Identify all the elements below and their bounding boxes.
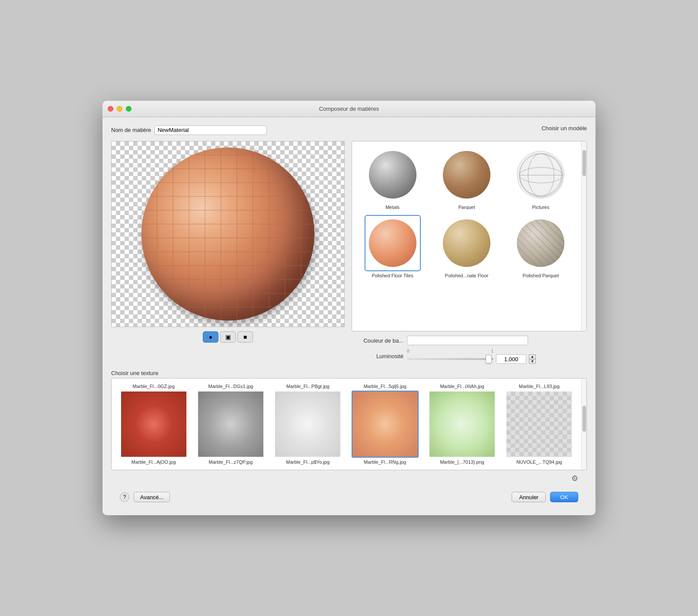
texture-item-4[interactable]: Marble_Fl...iXtAh.jpg Marble_{...7013}.p…: [425, 384, 499, 465]
texture-thumb-5: [506, 391, 573, 458]
model-panel: Metals Parquet: [352, 141, 587, 364]
slider-container: ▲ ▼: [407, 354, 536, 364]
model-sphere-metals: [369, 151, 416, 199]
stepper-up[interactable]: ▲: [529, 354, 536, 359]
color-label: Couleur de ba...: [352, 337, 403, 344]
model-item-pictures[interactable]: Pictures: [506, 147, 576, 210]
texture-item-5[interactable]: Marble_Fl...L93.jpg NUVOLE_...TQ94.jpg: [503, 384, 576, 465]
texture-thumb-4: [429, 391, 496, 458]
maximize-button[interactable]: [126, 106, 131, 112]
material-name-label: Nom de matière: [111, 127, 151, 133]
bottom-left: ? Avancé...: [120, 492, 170, 502]
texture-item-1[interactable]: Marble_Fl...DGx1.jpg Marble_Fl...z7QP.jp…: [194, 384, 267, 465]
model-item-polished-parquet[interactable]: Polished Parquet: [506, 215, 576, 278]
texture-thumb-0: [120, 391, 187, 458]
window-title: Composeur de matières: [319, 106, 379, 112]
texture-inner-3: [352, 391, 418, 457]
cancel-button[interactable]: Annuler: [512, 492, 546, 502]
texture-filename-4: Marble_Fl...iXtAh.jpg: [425, 384, 499, 389]
texture-item-0[interactable]: Marble_Fl...0GZ.jpg Marble_Fl...AjOO.jpg: [117, 384, 190, 465]
material-name-input[interactable]: [154, 125, 267, 135]
texture-item-3[interactable]: Marble_Fl...5qlj5.jpg Marble_Fl...RNg.jp…: [348, 384, 422, 465]
main-split: ● ▣ ■: [111, 141, 587, 364]
stepper-down[interactable]: ▼: [529, 359, 536, 364]
slider-thumb: [486, 355, 492, 363]
model-thumb-metals: [365, 147, 421, 203]
view-square-button[interactable]: ■: [237, 331, 253, 343]
preview-sphere: [141, 148, 314, 321]
view-cube-button[interactable]: ▣: [220, 331, 236, 343]
model-label-pictures: Pictures: [532, 205, 549, 210]
model-grid-scroll[interactable]: Metals Parquet: [352, 141, 581, 331]
gear-area: ⚙: [111, 474, 587, 483]
texture-thumb-2: [274, 391, 341, 458]
help-button[interactable]: ?: [120, 492, 129, 502]
model-section-label: Choisir un modèle: [541, 125, 587, 132]
luminosity-label: Luminosité: [352, 353, 403, 359]
titlebar: Composeur de matières: [102, 101, 596, 117]
model-sphere-pictures: [517, 151, 564, 199]
model-item-parquet[interactable]: Parquet: [431, 147, 502, 210]
texture-filename-0: Marble_Fl...0GZ.jpg: [117, 384, 190, 389]
luminosity-stepper: ▲ ▼: [529, 354, 536, 364]
model-thumb-polished-alternate: [439, 215, 495, 271]
texture-inner-5: [506, 391, 572, 457]
model-label-polished-alternate: Polished...nate Floor: [445, 273, 489, 278]
texture-thumb-1: [197, 391, 264, 458]
texture-inner-0: [121, 391, 186, 457]
texture-label-2: Marble_Fl...p$Yo.jpg: [286, 459, 330, 465]
texture-filename-3: Marble_Fl...5qlj5.jpg: [348, 384, 422, 389]
model-sphere-polished-parquet: [517, 219, 564, 267]
model-label-polished-floor: Polished Floor Tiles: [372, 273, 413, 278]
texture-label-1: Marble_Fl...z7QP.jpg: [209, 459, 253, 465]
material-name-row: Nom de matière Choisir un modèle: [111, 125, 587, 135]
texture-section: Choisir une texture Marble_Fl...0GZ.jpg …: [111, 370, 587, 470]
model-thumb-polished-parquet: [512, 215, 569, 271]
texture-item-2[interactable]: Marble_Fl...PBgt.jpg Marble_Fl...p$Yo.jp…: [271, 384, 345, 465]
model-scrollbar-thumb: [583, 150, 586, 176]
view-sphere-button[interactable]: ●: [203, 331, 218, 343]
texture-filename-2: Marble_Fl...PBgt.jpg: [271, 384, 345, 389]
advanced-button[interactable]: Avancé...: [134, 492, 170, 502]
ok-button[interactable]: OK: [550, 492, 578, 502]
view-buttons: ● ▣ ■: [111, 331, 345, 343]
model-item-metals[interactable]: Metals: [357, 147, 428, 210]
main-window: Composeur de matières Nom de matière Cho…: [102, 101, 596, 515]
texture-filename-1: Marble_Fl...DGx1.jpg: [194, 384, 267, 389]
texture-section-label: Choisir une texture: [111, 370, 158, 376]
bottom-bar: ? Avancé... Annuler OK: [111, 487, 587, 507]
gear-button[interactable]: ⚙: [571, 474, 578, 483]
preview-panel: ● ▣ ■: [111, 141, 345, 364]
luminosity-input[interactable]: [496, 354, 526, 364]
minimize-button[interactable]: [117, 106, 122, 112]
close-button[interactable]: [108, 106, 113, 112]
model-thumb-polished-floor: [365, 215, 421, 271]
model-scrollbar[interactable]: [581, 141, 586, 331]
texture-label-4: Marble_{...7013}.png: [440, 459, 484, 465]
model-label-metals: Metals: [385, 205, 399, 210]
model-label-polished-parquet: Polished Parquet: [522, 273, 559, 278]
texture-label-0: Marble_Fl...AjOO.jpg: [131, 459, 176, 465]
texture-scrollbar-thumb: [583, 406, 586, 432]
window-controls: [108, 106, 131, 112]
model-thumb-pictures: [512, 147, 569, 203]
model-item-polished-floor[interactable]: Polished Floor Tiles: [357, 215, 428, 278]
model-item-polished-alternate[interactable]: Polished...nate Floor: [431, 215, 502, 278]
texture-scrollbar[interactable]: [581, 379, 586, 470]
texture-filename-5: Marble_Fl...L93.jpg: [503, 384, 576, 389]
bottom-right: Annuler OK: [512, 492, 578, 502]
slider-min: 0: [407, 349, 410, 353]
texture-grid-container: Marble_Fl...0GZ.jpg Marble_Fl...AjOO.jpg…: [112, 379, 581, 470]
texture-label-3: Marble_Fl...RNg.jpg: [364, 459, 406, 465]
texture-inner-1: [198, 391, 263, 457]
luminosity-slider[interactable]: [407, 358, 493, 360]
slider-labels: 0 1: [407, 349, 493, 353]
texture-inner-4: [429, 391, 495, 457]
texture-grid: Marble_Fl...0GZ.jpg Marble_Fl...AjOO.jpg…: [117, 384, 576, 465]
preview-box: [111, 141, 345, 327]
texture-label-5: NUVOLE_...TQ94.jpg: [516, 459, 562, 465]
color-control-line: Couleur de ba...: [352, 336, 587, 345]
model-thumb-parquet: [439, 147, 495, 203]
luminosity-control-line: Luminosité 0 1: [352, 349, 587, 364]
color-swatch[interactable]: [407, 336, 528, 345]
